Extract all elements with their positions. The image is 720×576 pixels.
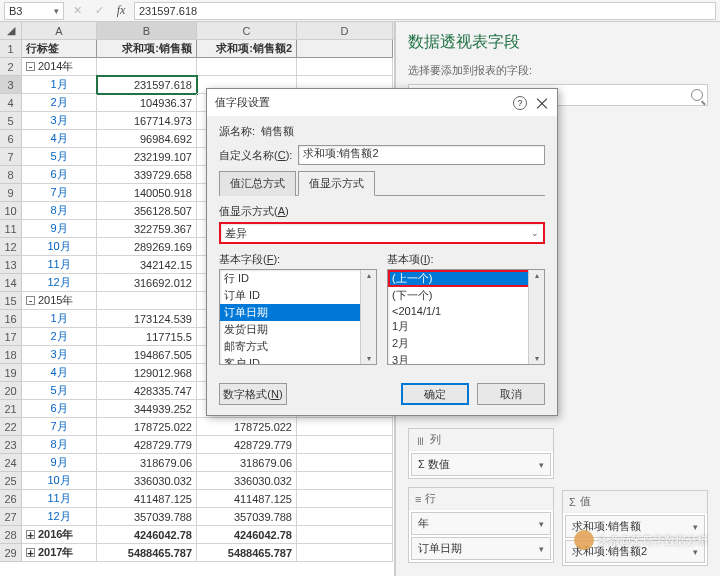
cell[interactable]: +2016年 — [22, 526, 97, 544]
row-header[interactable]: 7 — [0, 148, 22, 166]
cell[interactable]: 428729.779 — [97, 436, 197, 454]
number-format-button[interactable]: 数字格式(N) — [219, 383, 287, 405]
tab-summarize[interactable]: 值汇总方式 — [219, 171, 296, 196]
cell[interactable]: 411487.125 — [197, 490, 297, 508]
cell[interactable]: 9月 — [22, 454, 97, 472]
cancel-button[interactable]: 取消 — [477, 383, 545, 405]
cell[interactable]: 12月 — [22, 508, 97, 526]
close-icon[interactable] — [535, 96, 549, 110]
row-header[interactable]: 27 — [0, 508, 22, 526]
cell[interactable]: 行标签 — [22, 40, 97, 58]
ok-button[interactable]: 确定 — [401, 383, 469, 405]
cell[interactable]: 318679.06 — [197, 454, 297, 472]
fx-icon[interactable]: fx — [112, 2, 130, 20]
cell[interactable]: 357039.788 — [197, 508, 297, 526]
row-header[interactable]: 16 — [0, 310, 22, 328]
list-item[interactable]: (上一个) — [388, 270, 544, 287]
columns-drop-zone[interactable]: ⫼列 Σ 数值▾ — [408, 428, 554, 479]
list-item[interactable]: 订单 ID — [220, 287, 376, 304]
row-header[interactable]: 15 — [0, 292, 22, 310]
row-header[interactable]: 11 — [0, 220, 22, 238]
cell[interactable]: 232199.107 — [97, 148, 197, 166]
list-item[interactable]: (下一个) — [388, 287, 544, 304]
cell[interactable]: 428335.747 — [97, 382, 197, 400]
list-item[interactable]: 发货日期 — [220, 321, 376, 338]
cell[interactable]: 104936.37 — [97, 94, 197, 112]
row-header[interactable]: 28 — [0, 526, 22, 544]
list-item[interactable]: 订单日期 — [220, 304, 376, 321]
cell[interactable]: 9月 — [22, 220, 97, 238]
cell[interactable] — [297, 436, 393, 454]
cell[interactable]: -2015年 — [22, 292, 97, 310]
cell[interactable]: 2月 — [22, 328, 97, 346]
cell[interactable] — [297, 508, 393, 526]
row-header[interactable]: 4 — [0, 94, 22, 112]
accept-formula-icon[interactable]: ✓ — [90, 2, 108, 20]
row-header[interactable]: 8 — [0, 166, 22, 184]
zone-item-orderdate[interactable]: 订单日期▾ — [411, 537, 551, 560]
cell[interactable] — [197, 58, 297, 76]
cell[interactable]: 336030.032 — [97, 472, 197, 490]
cell[interactable]: 178725.022 — [97, 418, 197, 436]
row-header[interactable]: 25 — [0, 472, 22, 490]
cell[interactable]: 10月 — [22, 238, 97, 256]
col-header-A[interactable]: A — [22, 22, 97, 39]
cell[interactable] — [297, 544, 393, 562]
cell[interactable]: 231597.618 — [97, 76, 197, 94]
list-item[interactable]: 邮寄方式 — [220, 338, 376, 355]
cell[interactable]: 5月 — [22, 148, 97, 166]
row-header[interactable]: 2 — [0, 58, 22, 76]
base-item-list[interactable]: (上一个) (下一个) <2014/1/1 1月 2月 3月 ▴▾ — [387, 269, 545, 365]
cell[interactable] — [297, 58, 393, 76]
cell[interactable]: 194867.505 — [97, 346, 197, 364]
cell[interactable]: 140050.918 — [97, 184, 197, 202]
rows-drop-zone[interactable]: ≡行 年▾ 订单日期▾ — [408, 487, 554, 563]
cell[interactable]: 2月 — [22, 94, 97, 112]
cell[interactable]: 356128.507 — [97, 202, 197, 220]
cell[interactable] — [297, 526, 393, 544]
col-header-D[interactable]: D — [297, 22, 393, 39]
cell[interactable]: 5488465.787 — [97, 544, 197, 562]
name-box[interactable]: B3▾ — [4, 2, 64, 20]
cell[interactable]: 3月 — [22, 112, 97, 130]
cell[interactable]: 411487.125 — [97, 490, 197, 508]
select-all-corner[interactable]: ◢ — [0, 22, 22, 39]
cell[interactable]: 4月 — [22, 130, 97, 148]
col-header-C[interactable]: C — [197, 22, 297, 39]
row-header[interactable]: 6 — [0, 130, 22, 148]
cell[interactable]: 5月 — [22, 382, 97, 400]
row-header[interactable]: 9 — [0, 184, 22, 202]
cell[interactable]: 7月 — [22, 184, 97, 202]
cell[interactable]: 求和项:销售额2 — [197, 40, 297, 58]
cell[interactable] — [297, 418, 393, 436]
zone-item-values[interactable]: Σ 数值▾ — [411, 453, 551, 476]
cell[interactable]: 1月 — [22, 310, 97, 328]
cell[interactable]: 318679.06 — [97, 454, 197, 472]
cell[interactable]: 8月 — [22, 202, 97, 220]
row-header[interactable]: 14 — [0, 274, 22, 292]
cell[interactable]: 428729.779 — [197, 436, 297, 454]
cell[interactable] — [97, 292, 197, 310]
list-item[interactable]: 2月 — [388, 335, 544, 352]
tab-show-as[interactable]: 值显示方式 — [298, 171, 375, 196]
cell[interactable]: 339729.658 — [97, 166, 197, 184]
values-drop-zone[interactable]: Σ值 求和项:销售额▾ 求和项:销售额2▾ — [562, 490, 708, 566]
row-header[interactable]: 24 — [0, 454, 22, 472]
col-header-B[interactable]: B — [97, 22, 197, 39]
cell[interactable]: 96984.692 — [97, 130, 197, 148]
formula-input[interactable]: 231597.618 — [134, 2, 716, 20]
row-header[interactable]: 13 — [0, 256, 22, 274]
cell[interactable]: -2014年 — [22, 58, 97, 76]
cell[interactable]: 357039.788 — [97, 508, 197, 526]
row-header[interactable]: 3 — [0, 76, 22, 94]
cell[interactable]: 11月 — [22, 256, 97, 274]
cell[interactable]: 289269.169 — [97, 238, 197, 256]
row-header[interactable]: 1 — [0, 40, 22, 58]
row-header[interactable]: 17 — [0, 328, 22, 346]
cell[interactable]: 6月 — [22, 400, 97, 418]
row-header[interactable]: 18 — [0, 346, 22, 364]
cell[interactable]: 6月 — [22, 166, 97, 184]
cell[interactable]: 4246042.78 — [197, 526, 297, 544]
cell[interactable] — [297, 40, 393, 58]
cell[interactable]: 344939.252 — [97, 400, 197, 418]
